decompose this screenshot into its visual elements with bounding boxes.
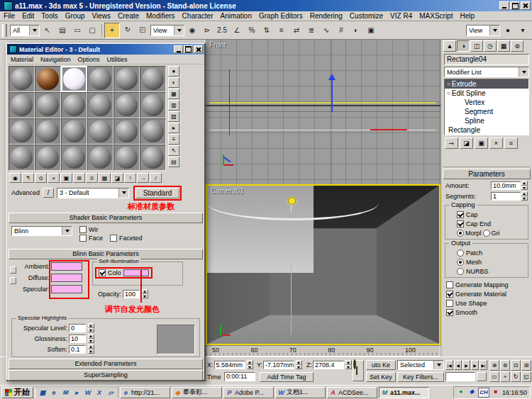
- x-coordinate-field[interactable]: 5.584mm: [214, 361, 245, 369]
- task-app2[interactable]: ◆ 攀泰彩...: [172, 387, 222, 398]
- opacity-field[interactable]: 100: [123, 290, 140, 298]
- material-editor-menu-item[interactable]: Options: [74, 56, 104, 63]
- dropdown-arrow-icon[interactable]: [174, 26, 184, 35]
- close-button[interactable]: [194, 45, 203, 53]
- z-coordinate-field[interactable]: 2708.4: [313, 361, 344, 369]
- put-material-icon[interactable]: ↰: [22, 173, 34, 183]
- tray-icon-red[interactable]: ■: [492, 388, 500, 396]
- render-scene-icon[interactable]: ▣: [364, 23, 378, 38]
- segments-spinner[interactable]: [521, 191, 528, 201]
- reference-coordsys-dropdown[interactable]: View: [150, 25, 184, 36]
- quick-render-icon[interactable]: ●: [501, 23, 515, 38]
- assign-material-icon[interactable]: ⊙: [35, 173, 47, 183]
- previous-frame-button[interactable]: ◀: [454, 360, 462, 370]
- modifier-stack-item[interactable]: Rectangle: [445, 125, 528, 135]
- opacity-spinner[interactable]: [142, 289, 148, 298]
- checkbox-icon[interactable]: [446, 281, 453, 288]
- ql-excel-icon[interactable]: X: [94, 388, 104, 398]
- material-navigator-icon[interactable]: ▤: [168, 157, 179, 167]
- dropdown-arrow-icon[interactable]: [29, 26, 39, 35]
- menu-item[interactable]: Modifiers: [143, 12, 179, 20]
- dropdown-arrow-icon[interactable]: [118, 189, 128, 198]
- sample-type-icon[interactable]: ●: [168, 66, 179, 77]
- configure-sets-icon[interactable]: ≡: [504, 137, 518, 149]
- material-sample-slot[interactable]: [35, 66, 61, 92]
- modifier-stack-item[interactable]: Vertex: [445, 98, 528, 107]
- play-button[interactable]: ▶: [462, 360, 470, 370]
- material-id-channel-icon[interactable]: 0: [86, 173, 98, 183]
- time-config-button[interactable]: [477, 372, 487, 381]
- material-sample-slot[interactable]: [35, 92, 61, 118]
- x-spinner[interactable]: [247, 360, 253, 369]
- menu-item[interactable]: Rendering: [306, 12, 346, 20]
- toolbar-handle[interactable]: [2, 24, 7, 37]
- amount-spinner[interactable]: [521, 181, 528, 190]
- checkbox-icon[interactable]: [446, 291, 453, 298]
- ql-media-player-icon[interactable]: ▸: [72, 388, 82, 398]
- pivot-center-icon[interactable]: ◉: [185, 23, 199, 38]
- wire-checkbox[interactable]: Wir: [79, 226, 143, 233]
- material-sample-slot[interactable]: [113, 92, 140, 118]
- close-button[interactable]: [521, 1, 531, 10]
- material-sample-slot[interactable]: [87, 92, 113, 118]
- pan-icon[interactable]: +: [500, 371, 510, 382]
- shader-basic-parameters-rollout[interactable]: Shader Basic Parameters: [9, 213, 203, 223]
- go-forward-sibling-icon[interactable]: →: [137, 173, 149, 183]
- nurbs-radio[interactable]: [457, 268, 464, 275]
- material-sample-slot[interactable]: [113, 145, 140, 171]
- tray-icon-green[interactable]: ●: [457, 388, 465, 396]
- menu-item[interactable]: Create: [114, 12, 143, 20]
- next-frame-button[interactable]: ▶: [471, 360, 479, 370]
- viewport-camera-label[interactable]: Camera01: [211, 187, 244, 195]
- select-move-icon[interactable]: +: [104, 23, 120, 38]
- tab-utilities-icon[interactable]: ⊚: [511, 40, 523, 52]
- specular-color-swatch[interactable]: [51, 285, 82, 293]
- backlight-icon[interactable]: ◐: [168, 77, 179, 88]
- object-name-field[interactable]: Rectangle04: [444, 54, 529, 65]
- schematic-view-icon[interactable]: #: [334, 23, 348, 38]
- checkbox-icon[interactable]: [457, 211, 464, 218]
- material-sample-slot[interactable]: [35, 145, 61, 171]
- material-sample-slot[interactable]: [9, 145, 35, 171]
- ql-folder-icon[interactable]: ▱: [106, 388, 116, 398]
- highlight-param-field[interactable]: 10: [69, 335, 86, 343]
- pick-material-icon[interactable]: /: [150, 173, 162, 183]
- tray-icon-blue[interactable]: ◆: [467, 388, 476, 396]
- ql-word-icon[interactable]: W: [83, 388, 93, 398]
- highlight-param-spinner[interactable]: [88, 344, 94, 354]
- viewport-camera[interactable]: Camera01: [206, 184, 440, 345]
- modifier-list-dropdown[interactable]: Modifier List: [444, 67, 529, 77]
- video-color-check-icon[interactable]: ▧: [168, 111, 179, 122]
- minimize-button[interactable]: [499, 1, 509, 10]
- curve-editor-icon[interactable]: ∿: [319, 23, 333, 38]
- amount-field[interactable]: 10.0mm: [491, 181, 521, 190]
- ql-mail-icon[interactable]: ✉: [60, 388, 70, 398]
- task-acdsee[interactable]: A ACDSee...: [327, 387, 377, 398]
- grid-radio[interactable]: [483, 230, 490, 237]
- menu-item[interactable]: Edit: [18, 12, 38, 20]
- dropdown-arrow-icon[interactable]: [62, 227, 72, 235]
- background-icon[interactable]: ▦: [168, 89, 179, 99]
- shader-type-dropdown[interactable]: Blinn: [11, 226, 72, 236]
- start-button[interactable]: 开始: [1, 387, 33, 398]
- material-sample-slot[interactable]: [9, 118, 35, 145]
- maximize-button[interactable]: [510, 1, 520, 10]
- checkbox-icon[interactable]: [110, 235, 117, 242]
- material-editor-menu-item[interactable]: Material: [7, 56, 37, 63]
- material-sample-slot[interactable]: [61, 145, 87, 171]
- use-shape-checkbox[interactable]: Use Shape: [441, 298, 532, 308]
- pin-stack-icon[interactable]: ⊸: [445, 137, 458, 149]
- generate-material-checkbox[interactable]: Generate Material: [441, 289, 532, 298]
- menu-item[interactable]: File: [0, 12, 18, 20]
- face-map-checkbox[interactable]: Face: [79, 235, 103, 242]
- highlight-param-spinner[interactable]: [88, 334, 94, 343]
- render-type-dropdown[interactable]: View: [466, 25, 500, 36]
- pick-material-eyedropper-icon[interactable]: /: [43, 188, 54, 198]
- material-type-button[interactable]: Standard: [135, 188, 179, 198]
- material-sample-slot[interactable]: [113, 118, 140, 145]
- tab-hierarchy-icon[interactable]: ◫: [470, 40, 483, 52]
- nurbs-radio-row[interactable]: NURBS: [447, 266, 526, 276]
- min-max-toggle-icon[interactable]: ◱: [521, 371, 531, 382]
- named-sets-icon[interactable]: ≡: [275, 23, 289, 38]
- dropdown-arrow-icon[interactable]: [519, 67, 528, 77]
